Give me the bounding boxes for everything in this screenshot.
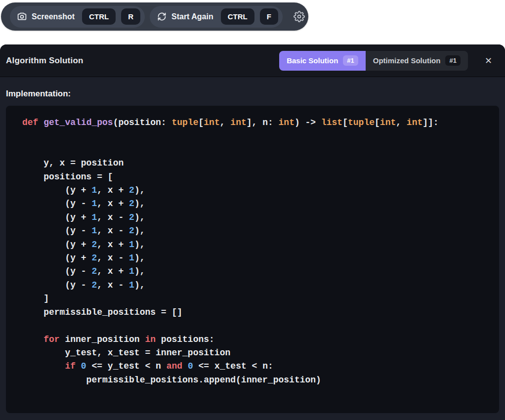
close-icon: ✕ (485, 56, 492, 66)
tab-basic-solution-count-badge: #1 (343, 55, 358, 66)
header-controls: Basic Solution #1 Optimized Solution #1 … (279, 51, 494, 71)
close-button[interactable]: ✕ (483, 54, 494, 67)
start-again-button[interactable]: Start Again CTRL F (150, 6, 283, 28)
code-block: def get_valid_pos(position: tuple[int, i… (6, 106, 499, 413)
camera-icon (17, 11, 27, 22)
panel-body: Implementation: def get_valid_pos(positi… (0, 77, 505, 413)
algorithm-solution-panel: Algorithm Solution Basic Solution #1 Opt… (0, 44, 505, 420)
implementation-label: Implementation: (6, 89, 499, 99)
r-key-badge: R (121, 8, 140, 25)
panel-title: Algorithm Solution (6, 56, 84, 66)
tab-optimized-solution-count-badge: #1 (445, 55, 460, 66)
screenshot-button[interactable]: Screenshot CTRL R (10, 6, 145, 28)
tab-basic-solution[interactable]: Basic Solution #1 (279, 51, 366, 71)
settings-button[interactable] (292, 9, 307, 24)
solution-tabs: Basic Solution #1 Optimized Solution #1 (279, 51, 468, 71)
gear-icon (294, 11, 305, 22)
overlay-toolbar: Screenshot CTRL R Start Again CTRL F (1, 2, 308, 31)
tab-basic-solution-label: Basic Solution (287, 56, 338, 65)
start-again-button-label: Start Again (171, 12, 213, 21)
f-key-badge: F (260, 8, 278, 25)
refresh-icon (157, 11, 167, 22)
tab-optimized-solution-label: Optimized Solution (373, 56, 441, 65)
panel-header: Algorithm Solution Basic Solution #1 Opt… (0, 44, 505, 77)
code-content: def get_valid_pos(position: tuple[int, i… (22, 116, 494, 387)
screenshot-button-label: Screenshot (32, 12, 75, 21)
ctrl-key-badge: CTRL (82, 8, 116, 25)
tab-optimized-solution[interactable]: Optimized Solution #1 (366, 51, 468, 71)
ctrl-key-badge: CTRL (221, 8, 254, 25)
